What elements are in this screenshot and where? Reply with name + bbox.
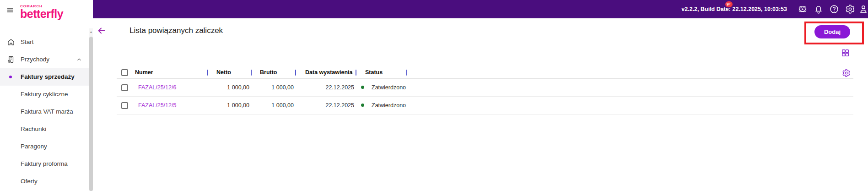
sidebar-item-start[interactable]: Start	[0, 33, 89, 51]
column-separator[interactable]	[207, 70, 208, 76]
status-label: Zatwierdzono	[372, 79, 406, 97]
column-separator[interactable]	[356, 70, 356, 76]
column-header-netto[interactable]: Netto	[216, 66, 231, 79]
sidebar-item-label: Faktury cykliczne	[21, 86, 68, 103]
brutto-value: 1 000,00	[248, 79, 294, 97]
sidebar-item-label: Faktury proforma	[21, 155, 68, 173]
status-label: Zatwierdzono	[372, 97, 406, 115]
table-row[interactable]: FAZAL/25/12/6 1 000,00 1 000,00 22.12.20…	[117, 79, 853, 97]
brand-product: betterfly	[20, 7, 63, 21]
sidebar-item-faktury-proforma[interactable]: Faktury proforma	[0, 155, 89, 173]
column-separator[interactable]	[295, 70, 296, 76]
column-header-brutto[interactable]: Brutto	[260, 66, 277, 79]
sidebar-item-przychody[interactable]: Przychody	[0, 51, 89, 68]
column-separator[interactable]	[251, 70, 252, 76]
sidebar-item-faktura-vat-marza[interactable]: Faktura VAT marża	[0, 103, 89, 120]
sidebar-item-paragony[interactable]: Paragony	[0, 138, 89, 155]
notification-badge: 9+	[725, 1, 733, 7]
version-text: v2.2.2, Build Date: 22.12.2025, 10:03:53	[681, 0, 787, 18]
sidebar-item-label: Faktura VAT marża	[21, 103, 73, 120]
active-bullet-icon	[9, 76, 12, 78]
row-checkbox[interactable]	[121, 84, 128, 91]
widgets-grid-icon[interactable]	[841, 49, 850, 57]
table-header-row: Numer Netto Brutto Data wystawienia Stat…	[117, 66, 853, 79]
profile-icon[interactable]	[858, 4, 868, 14]
column-separator[interactable]	[406, 70, 407, 76]
sidebar-item-label: Przychody	[21, 51, 49, 68]
sidebar-item-rachunki[interactable]: Rachunki	[0, 120, 89, 138]
status-dot-icon	[361, 104, 364, 107]
income-document-icon	[7, 55, 15, 64]
issue-date-value: 22.12.2025	[308, 97, 354, 115]
invoice-number-link[interactable]: FAZAL/25/12/6	[138, 79, 176, 97]
brand-logo[interactable]: COMARCH betterfly	[20, 4, 63, 21]
status-dot-icon	[361, 86, 364, 89]
back-arrow-icon[interactable]	[97, 26, 107, 36]
sidebar-item-label: Start	[21, 33, 34, 51]
sidebar-item-oferty[interactable]: Oferty	[0, 173, 89, 190]
sidebar-item-label: Oferty	[21, 173, 38, 190]
column-header-data-wystawienia[interactable]: Data wystawienia	[305, 66, 353, 79]
chevron-up-icon[interactable]	[76, 56, 82, 63]
sidebar-item-label: Paragony	[21, 138, 47, 155]
invoice-number-link[interactable]: FAZAL/25/12/5	[138, 97, 176, 115]
sidebar-item-label: Faktury sprzedaży	[21, 68, 75, 86]
orbit-icon[interactable]	[798, 4, 808, 14]
page-title: Lista powiązanych zaliczek	[129, 26, 223, 35]
row-checkbox[interactable]	[121, 102, 128, 109]
netto-value: 1 000,00	[204, 97, 249, 115]
sidebar-item-label: Rachunki	[21, 120, 46, 138]
brutto-value: 1 000,00	[248, 97, 294, 115]
topbar: v2.2.2, Build Date: 22.12.2025, 10:03:53	[93, 0, 868, 18]
bell-icon[interactable]	[814, 4, 824, 14]
app-window: v2.2.2, Build Date: 22.12.2025, 10:03:53…	[0, 0, 868, 191]
menu-icon[interactable]	[5, 6, 15, 14]
sidebar: COMARCH betterfly Start Przychody	[0, 0, 93, 191]
help-icon[interactable]	[829, 4, 839, 14]
table-row[interactable]: FAZAL/25/12/5 1 000,00 1 000,00 22.12.20…	[117, 97, 853, 115]
column-header-numer[interactable]: Numer	[135, 66, 153, 79]
home-icon	[7, 38, 15, 46]
column-header-status[interactable]: Status	[365, 66, 383, 79]
issue-date-value: 22.12.2025	[308, 79, 354, 97]
sidebar-item-faktury-sprzedazy[interactable]: Faktury sprzedaży	[0, 68, 89, 86]
add-button[interactable]: Dodaj	[814, 25, 850, 38]
sidebar-scrollbar-thumb[interactable]	[89, 37, 93, 191]
gear-icon[interactable]	[845, 4, 855, 14]
scrollbar-up-arrow-icon[interactable]: ▲	[89, 30, 93, 34]
sidebar-item-faktury-cykliczne[interactable]: Faktury cykliczne	[0, 86, 89, 103]
select-all-checkbox[interactable]	[121, 69, 128, 76]
netto-value: 1 000,00	[204, 79, 249, 97]
